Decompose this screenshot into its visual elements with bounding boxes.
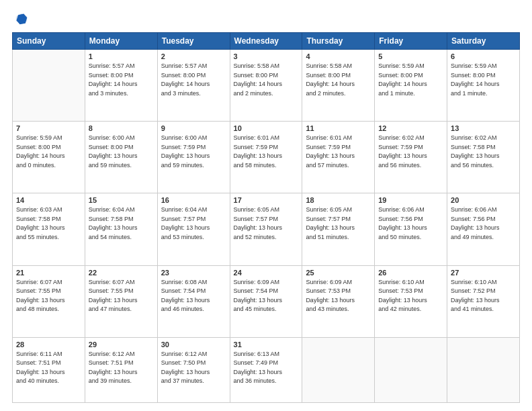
calendar-cell: 13Sunrise: 6:02 AMSunset: 7:58 PMDayligh… xyxy=(447,122,520,193)
calendar-cell: 29Sunrise: 6:12 AMSunset: 7:51 PMDayligh… xyxy=(85,337,157,402)
day-number: 12 xyxy=(378,124,443,132)
day-info: Sunrise: 5:58 AMSunset: 8:00 PMDaylight:… xyxy=(306,62,371,98)
day-info: Sunrise: 5:57 AMSunset: 8:00 PMDaylight:… xyxy=(161,62,226,98)
day-info: Sunrise: 6:08 AMSunset: 7:54 PMDaylight:… xyxy=(161,278,226,314)
day-number: 6 xyxy=(451,52,516,60)
day-number: 19 xyxy=(378,196,443,204)
day-number: 31 xyxy=(234,340,299,349)
day-info: Sunrise: 6:11 AMSunset: 7:51 PMDaylight:… xyxy=(16,350,81,386)
day-info: Sunrise: 6:05 AMSunset: 7:57 PMDaylight:… xyxy=(306,205,371,242)
weekday-saturday: Saturday xyxy=(447,33,520,50)
weekday-sunday: Sunday xyxy=(13,33,85,50)
day-info: Sunrise: 6:07 AMSunset: 7:55 PMDaylight:… xyxy=(16,278,81,314)
calendar-cell xyxy=(375,337,447,402)
day-info: Sunrise: 6:02 AMSunset: 7:59 PMDaylight:… xyxy=(378,134,443,170)
calendar-cell: 15Sunrise: 6:04 AMSunset: 7:58 PMDayligh… xyxy=(85,193,157,265)
day-info: Sunrise: 6:00 AMSunset: 7:59 PMDaylight:… xyxy=(161,134,226,170)
day-info: Sunrise: 5:57 AMSunset: 8:00 PMDaylight:… xyxy=(89,62,154,98)
calendar-cell xyxy=(447,337,520,402)
calendar-cell: 7Sunrise: 5:59 AMSunset: 8:00 PMDaylight… xyxy=(13,122,85,193)
day-info: Sunrise: 5:59 AMSunset: 8:00 PMDaylight:… xyxy=(16,134,81,170)
calendar-cell: 16Sunrise: 6:04 AMSunset: 7:57 PMDayligh… xyxy=(157,193,230,265)
day-info: Sunrise: 6:13 AMSunset: 7:49 PMDaylight:… xyxy=(234,350,299,386)
day-number: 21 xyxy=(16,269,81,277)
calendar-cell: 4Sunrise: 5:58 AMSunset: 8:00 PMDaylight… xyxy=(302,50,375,122)
week-row-4: 21Sunrise: 6:07 AMSunset: 7:55 PMDayligh… xyxy=(13,265,520,337)
weekday-wednesday: Wednesday xyxy=(230,33,302,50)
weekday-header-row: SundayMondayTuesdayWednesdayThursdayFrid… xyxy=(13,33,520,50)
day-number: 20 xyxy=(451,196,516,204)
day-number: 4 xyxy=(306,52,371,60)
day-info: Sunrise: 5:59 AMSunset: 8:00 PMDaylight:… xyxy=(451,62,516,98)
weekday-friday: Friday xyxy=(375,33,447,50)
weekday-thursday: Thursday xyxy=(302,33,375,50)
day-number: 10 xyxy=(234,124,299,132)
day-info: Sunrise: 6:09 AMSunset: 7:54 PMDaylight:… xyxy=(234,278,299,314)
calendar-cell: 12Sunrise: 6:02 AMSunset: 7:59 PMDayligh… xyxy=(375,122,447,193)
calendar-cell xyxy=(302,337,375,402)
day-number: 22 xyxy=(89,269,154,277)
logo-icon xyxy=(15,12,28,26)
day-info: Sunrise: 6:12 AMSunset: 7:51 PMDaylight:… xyxy=(89,350,154,386)
weekday-tuesday: Tuesday xyxy=(157,33,230,50)
calendar-cell: 10Sunrise: 6:01 AMSunset: 7:59 PMDayligh… xyxy=(230,122,302,193)
calendar-cell: 20Sunrise: 6:06 AMSunset: 7:56 PMDayligh… xyxy=(447,193,520,265)
calendar-cell: 25Sunrise: 6:09 AMSunset: 7:53 PMDayligh… xyxy=(302,265,375,337)
calendar-cell: 11Sunrise: 6:01 AMSunset: 7:59 PMDayligh… xyxy=(302,122,375,193)
day-number: 27 xyxy=(451,269,516,277)
calendar-cell: 31Sunrise: 6:13 AMSunset: 7:49 PMDayligh… xyxy=(230,337,302,402)
day-info: Sunrise: 6:00 AMSunset: 8:00 PMDaylight:… xyxy=(89,134,154,170)
day-number: 24 xyxy=(234,269,299,277)
day-info: Sunrise: 6:12 AMSunset: 7:50 PMDaylight:… xyxy=(161,350,226,386)
day-number: 23 xyxy=(161,269,226,277)
day-number: 17 xyxy=(234,196,299,204)
day-number: 7 xyxy=(16,124,81,132)
day-info: Sunrise: 6:10 AMSunset: 7:52 PMDaylight:… xyxy=(451,278,516,314)
calendar-cell: 9Sunrise: 6:00 AMSunset: 7:59 PMDaylight… xyxy=(157,122,230,193)
day-number: 8 xyxy=(89,124,154,132)
day-info: Sunrise: 5:59 AMSunset: 8:00 PMDaylight:… xyxy=(378,62,443,98)
day-info: Sunrise: 6:06 AMSunset: 7:56 PMDaylight:… xyxy=(451,205,516,242)
day-info: Sunrise: 6:04 AMSunset: 7:58 PMDaylight:… xyxy=(89,205,154,242)
day-info: Sunrise: 6:01 AMSunset: 7:59 PMDaylight:… xyxy=(306,134,371,170)
day-info: Sunrise: 6:05 AMSunset: 7:57 PMDaylight:… xyxy=(234,205,299,242)
day-info: Sunrise: 5:58 AMSunset: 8:00 PMDaylight:… xyxy=(234,62,299,98)
day-number: 3 xyxy=(234,52,299,60)
calendar-cell: 14Sunrise: 6:03 AMSunset: 7:58 PMDayligh… xyxy=(13,193,85,265)
day-info: Sunrise: 6:06 AMSunset: 7:56 PMDaylight:… xyxy=(378,205,443,242)
day-info: Sunrise: 6:03 AMSunset: 7:58 PMDaylight:… xyxy=(16,205,81,242)
day-number: 14 xyxy=(16,196,81,204)
calendar-cell: 17Sunrise: 6:05 AMSunset: 7:57 PMDayligh… xyxy=(230,193,302,265)
calendar-cell: 28Sunrise: 6:11 AMSunset: 7:51 PMDayligh… xyxy=(13,337,85,402)
calendar-cell: 6Sunrise: 5:59 AMSunset: 8:00 PMDaylight… xyxy=(447,50,520,122)
week-row-3: 14Sunrise: 6:03 AMSunset: 7:58 PMDayligh… xyxy=(13,193,520,265)
day-number: 9 xyxy=(161,124,226,132)
day-info: Sunrise: 6:01 AMSunset: 7:59 PMDaylight:… xyxy=(234,134,299,170)
day-number: 13 xyxy=(451,124,516,132)
week-row-2: 7Sunrise: 5:59 AMSunset: 8:00 PMDaylight… xyxy=(13,122,520,193)
day-info: Sunrise: 6:04 AMSunset: 7:57 PMDaylight:… xyxy=(161,205,226,242)
day-number: 29 xyxy=(89,340,154,349)
day-info: Sunrise: 6:09 AMSunset: 7:53 PMDaylight:… xyxy=(306,278,371,314)
calendar-cell: 30Sunrise: 6:12 AMSunset: 7:50 PMDayligh… xyxy=(157,337,230,402)
week-row-1: 1Sunrise: 5:57 AMSunset: 8:00 PMDaylight… xyxy=(13,50,520,122)
day-number: 15 xyxy=(89,196,154,204)
logo xyxy=(12,12,30,26)
calendar-cell: 27Sunrise: 6:10 AMSunset: 7:52 PMDayligh… xyxy=(447,265,520,337)
day-number: 28 xyxy=(16,340,81,349)
calendar-cell: 5Sunrise: 5:59 AMSunset: 8:00 PMDaylight… xyxy=(375,50,447,122)
day-number: 16 xyxy=(161,196,226,204)
weekday-monday: Monday xyxy=(85,33,157,50)
week-row-5: 28Sunrise: 6:11 AMSunset: 7:51 PMDayligh… xyxy=(13,337,520,402)
calendar-cell: 18Sunrise: 6:05 AMSunset: 7:57 PMDayligh… xyxy=(302,193,375,265)
day-number: 18 xyxy=(306,196,371,204)
day-info: Sunrise: 6:10 AMSunset: 7:53 PMDaylight:… xyxy=(378,278,443,314)
calendar-cell: 21Sunrise: 6:07 AMSunset: 7:55 PMDayligh… xyxy=(13,265,85,337)
day-number: 5 xyxy=(378,52,443,60)
calendar-cell xyxy=(13,50,85,122)
calendar-cell: 1Sunrise: 5:57 AMSunset: 8:00 PMDaylight… xyxy=(85,50,157,122)
header xyxy=(12,12,520,26)
calendar-cell: 2Sunrise: 5:57 AMSunset: 8:00 PMDaylight… xyxy=(157,50,230,122)
day-number: 30 xyxy=(161,340,226,349)
day-number: 2 xyxy=(161,52,226,60)
